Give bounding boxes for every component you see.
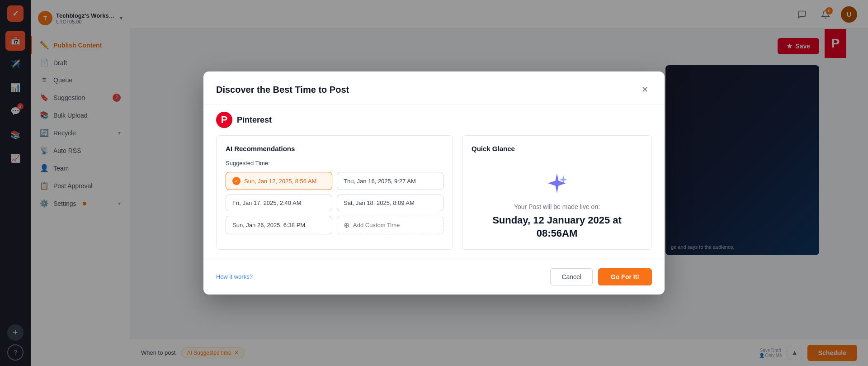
time-chip-3[interactable]: Sat, Jan 18, 2025, 8:09 AM (337, 195, 443, 211)
modal-close-button[interactable]: ✕ (637, 82, 652, 97)
modal-footer: How it works? Cancel Go For It! (203, 259, 665, 295)
ai-recommendations-box: AI Recommendations Suggested Time: ✓ Sun… (216, 135, 453, 249)
time-label-0: Sun, Jan 12, 2025, 8:56 AM (244, 178, 316, 185)
time-chip-2[interactable]: Fri, Jan 17, 2025, 2:40 AM (226, 195, 332, 211)
modal-overlay: Discover the Best Time to Post ✕ P Pinte… (0, 0, 868, 366)
pinterest-logo-icon: P (216, 112, 232, 128)
check-icon-0: ✓ (232, 177, 241, 185)
ai-recommendations-title: AI Recommendations (226, 145, 443, 152)
time-chip-custom[interactable]: ⊕ Add Custom Time (337, 216, 443, 234)
time-chip-1[interactable]: Thu, Jan 16, 2025, 9:27 AM (337, 172, 443, 190)
live-on-text: Your Post will be made live on: (514, 203, 600, 210)
time-chip-0[interactable]: ✓ Sun, Jan 12, 2025, 8:56 AM (226, 172, 332, 190)
time-chip-4[interactable]: Sun, Jan 26, 2025, 6:38 PM (226, 216, 332, 234)
modal-platform: P Pinterest (203, 105, 665, 135)
sparkle-icon (544, 171, 570, 196)
platform-name: Pinterest (237, 115, 272, 125)
time-label-4: Sun, Jan 26, 2025, 6:38 PM (232, 222, 305, 228)
best-time-modal: Discover the Best Time to Post ✕ P Pinte… (203, 71, 665, 294)
go-for-it-button[interactable]: Go For It! (598, 268, 652, 285)
custom-time-plus-icon: ⊕ (344, 221, 349, 229)
footer-buttons: Cancel Go For It! (550, 268, 652, 285)
quick-glance-box: Quick Glance Your Post will be made live… (462, 135, 652, 249)
custom-time-label: Add Custom Time (353, 222, 400, 228)
time-label-2: Fri, Jan 17, 2025, 2:40 AM (232, 200, 301, 206)
quick-glance-content: Your Post will be made live on: Sunday, … (472, 171, 642, 240)
cancel-button[interactable]: Cancel (550, 268, 593, 285)
live-date: Sunday, 12 January 2025 at 08:56AM (472, 214, 642, 240)
time-label-1: Thu, Jan 16, 2025, 9:27 AM (344, 178, 416, 185)
modal-body: AI Recommendations Suggested Time: ✓ Sun… (203, 135, 665, 258)
modal-header: Discover the Best Time to Post ✕ (203, 71, 665, 105)
time-grid: ✓ Sun, Jan 12, 2025, 8:56 AM Thu, Jan 16… (226, 172, 443, 234)
quick-glance-title: Quick Glance (472, 145, 515, 152)
time-label-3: Sat, Jan 18, 2025, 8:09 AM (344, 200, 415, 206)
how-it-works-link[interactable]: How it works? (216, 273, 253, 280)
modal-title: Discover the Best Time to Post (216, 85, 349, 95)
suggested-time-label: Suggested Time: (226, 160, 443, 166)
